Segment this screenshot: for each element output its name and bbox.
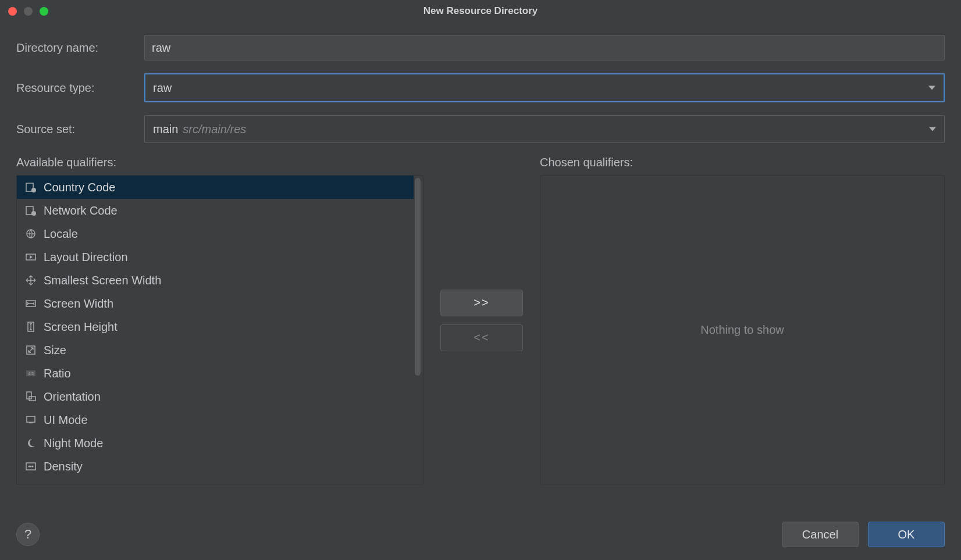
svg-rect-14 xyxy=(29,422,33,423)
svg-point-17 xyxy=(30,466,32,468)
source-set-value: main xyxy=(153,123,178,136)
qualifier-item[interactable]: Country Code xyxy=(17,176,414,199)
qualifier-label: Size xyxy=(44,344,66,357)
qualifier-item[interactable]: Size xyxy=(17,338,414,362)
qualifier-item[interactable]: Screen Width xyxy=(17,292,414,315)
night-mode-icon xyxy=(25,437,37,449)
window-minimize-button[interactable] xyxy=(24,7,33,16)
svg-rect-13 xyxy=(27,416,35,422)
qualifier-item[interactable]: Screen Height xyxy=(17,315,414,338)
directory-name-label: Directory name: xyxy=(16,41,144,55)
qualifier-label: Screen Height xyxy=(44,320,118,334)
title-bar: New Resource Directory xyxy=(0,0,961,22)
chosen-qualifiers-list[interactable]: Nothing to show xyxy=(540,175,945,484)
source-set-label: Source set: xyxy=(16,123,144,136)
qualifier-label: Smallest Screen Width xyxy=(44,274,161,287)
window-zoom-button[interactable] xyxy=(40,7,48,16)
smallest-width-icon xyxy=(25,274,37,286)
country-code-icon xyxy=(25,181,37,193)
source-set-dropdown[interactable]: main src/main/res xyxy=(144,115,945,143)
qualifier-item[interactable]: Network Code xyxy=(17,199,414,222)
cancel-button[interactable]: Cancel xyxy=(782,522,859,547)
ok-button[interactable]: OK xyxy=(868,522,945,547)
source-set-path: src/main/res xyxy=(183,123,246,136)
available-qualifiers-label: Available qualifiers: xyxy=(16,156,423,169)
directory-name-input[interactable] xyxy=(144,35,945,60)
qualifier-label: Orientation xyxy=(44,390,101,404)
qualifier-item[interactable]: Orientation xyxy=(17,385,414,408)
qualifier-label: Locale xyxy=(44,227,78,241)
qualifier-label: Density xyxy=(44,460,83,473)
scrollbar[interactable] xyxy=(414,176,423,484)
qualifier-item[interactable]: Density xyxy=(17,455,414,478)
remove-qualifier-button[interactable]: << xyxy=(440,324,523,351)
orientation-icon xyxy=(25,391,37,402)
scrollbar-thumb[interactable] xyxy=(415,178,421,376)
screen-height-icon xyxy=(25,321,37,333)
qualifier-item[interactable]: UI Mode xyxy=(17,408,414,431)
qualifier-label: UI Mode xyxy=(44,413,88,427)
svg-point-18 xyxy=(32,466,34,468)
chevron-down-icon xyxy=(928,86,935,90)
qualifier-item[interactable]: 4:3Ratio xyxy=(17,362,414,385)
qualifier-label: Screen Width xyxy=(44,297,113,311)
layout-direction-icon xyxy=(25,251,37,263)
ui-mode-icon xyxy=(25,414,37,426)
qualifier-label: Country Code xyxy=(44,181,115,194)
qualifier-label: Night Mode xyxy=(44,437,103,450)
qualifier-item[interactable]: Locale xyxy=(17,222,414,245)
qualifier-item[interactable]: Night Mode xyxy=(17,431,414,455)
chosen-qualifiers-label: Chosen qualifiers: xyxy=(540,156,945,169)
dialog-title: New Resource Directory xyxy=(0,5,961,17)
screen-width-icon xyxy=(25,298,37,309)
svg-point-1 xyxy=(31,188,36,192)
qualifier-item[interactable]: Layout Direction xyxy=(17,245,414,269)
svg-text:4:3: 4:3 xyxy=(28,372,34,376)
qualifier-label: Layout Direction xyxy=(44,251,128,264)
window-close-button[interactable] xyxy=(8,7,17,16)
svg-point-3 xyxy=(31,211,36,216)
resource-type-dropdown[interactable]: raw xyxy=(144,73,945,102)
svg-point-16 xyxy=(29,466,30,468)
resource-type-label: Resource type: xyxy=(16,81,144,95)
add-qualifier-button[interactable]: >> xyxy=(440,290,523,316)
qualifier-item[interactable]: Smallest Screen Width xyxy=(17,269,414,292)
help-button[interactable]: ? xyxy=(16,523,40,546)
qualifier-label: Ratio xyxy=(44,367,71,380)
locale-icon xyxy=(25,228,37,240)
ratio-icon: 4:3 xyxy=(25,368,37,379)
density-icon xyxy=(25,461,37,472)
chosen-empty-text: Nothing to show xyxy=(700,323,784,337)
window-controls xyxy=(8,7,48,16)
size-icon xyxy=(25,344,37,356)
resource-type-value: raw xyxy=(153,81,172,95)
network-code-icon xyxy=(25,205,37,216)
chevron-down-icon xyxy=(929,127,936,131)
qualifier-label: Network Code xyxy=(44,204,118,217)
available-qualifiers-list[interactable]: Country CodeNetwork CodeLocaleLayout Dir… xyxy=(16,175,423,484)
